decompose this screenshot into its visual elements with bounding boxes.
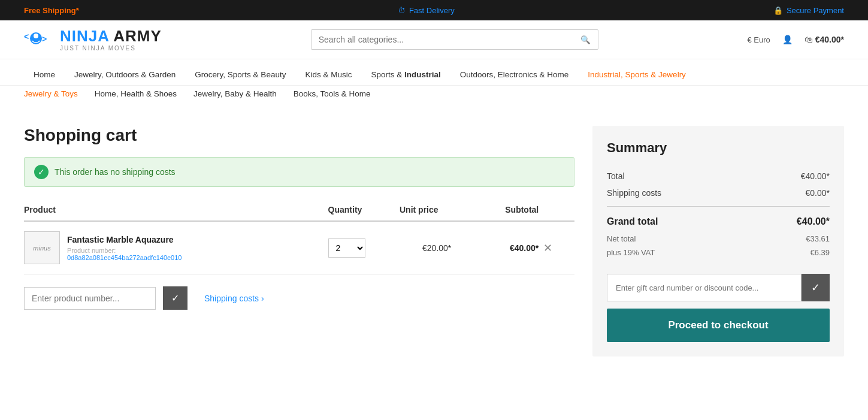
total-value: €40.00* (801, 171, 830, 181)
cart-icon[interactable]: 🛍 €40.00* (805, 35, 844, 44)
nav-row2: Jewelry & Toys Home, Health & Shoes Jewe… (0, 86, 868, 108)
top-bar: Free Shipping* ⏱ Fast Delivery 🔒 Secure … (0, 0, 868, 20)
gift-card-input[interactable] (607, 274, 802, 301)
shipping-label: Shipping costs (607, 188, 661, 198)
nav-books-tools-home[interactable]: Books, Tools & Home (294, 86, 380, 102)
shipping-value: €0.00* (806, 188, 830, 198)
svg-text:>: > (42, 34, 47, 44)
svg-point-2 (34, 34, 38, 38)
quantity-cell[interactable]: 1 2 3 4 5 (328, 221, 400, 274)
shipping-costs-link[interactable]: Shipping costs › (204, 294, 264, 303)
nav-industrial-sports-jewelry[interactable]: Industrial, Sports & Jewelry (578, 65, 695, 85)
search-input[interactable] (311, 30, 573, 49)
summary-section: Summary Total €40.00* Shipping costs €0.… (592, 126, 844, 356)
summary-net-row: Net total €33.61 (607, 232, 830, 246)
summary-grand-total: Grand total €40.00* (607, 211, 830, 232)
checkout-button[interactable]: Proceed to checkout (607, 309, 830, 342)
fast-delivery-label: ⏱ Fast Delivery (398, 6, 455, 15)
col-product: Product (24, 199, 328, 221)
search-bar[interactable]: 🔍 (311, 29, 598, 50)
nav-row1: Home Jewelry, Outdoors & Garden Grocery,… (0, 59, 868, 86)
product-id: 0d8a82a081ec454ba272aadfc140e010 (67, 254, 182, 261)
chevron-right-icon: › (261, 294, 264, 303)
grand-total-label: Grand total (607, 216, 658, 227)
header-right: € Euro 👤 🛍 €40.00* (747, 35, 844, 44)
secure-payment-label: 🔒 Secure Payment (773, 6, 844, 15)
logo-text: NINJA ARMY JUST NINJA MOVES (60, 28, 162, 52)
search-button[interactable]: 🔍 (573, 30, 598, 49)
col-subtotal: Subtotal (474, 199, 539, 221)
free-shipping-message: This order has no shipping costs (55, 167, 176, 177)
free-shipping-banner: ✓ This order has no shipping costs (24, 157, 574, 187)
logo[interactable]: < > NINJA ARMY JUST NINJA MOVES (24, 28, 162, 52)
unit-price: €20.00* (400, 221, 474, 274)
summary-box: Summary Total €40.00* Shipping costs €0.… (592, 126, 844, 356)
vat-label: plus 19% VAT (607, 248, 655, 257)
cart-footer: ✓ Shipping costs › (24, 286, 574, 310)
vat-value: €6.39 (810, 248, 830, 257)
product-thumbnail: minus (24, 231, 60, 264)
table-row: minus Fantastic Marble Aquazure Product … (24, 221, 574, 274)
check-circle-icon: ✓ (34, 165, 49, 179)
product-cell: minus Fantastic Marble Aquazure Product … (24, 221, 328, 274)
col-quantity: Quantity (328, 199, 400, 221)
user-icon[interactable]: 👤 (782, 35, 793, 44)
main-content: Shopping cart ✓ This order has no shippi… (0, 108, 868, 374)
nav-kids-music[interactable]: Kids & Music (295, 65, 361, 85)
summary-vat-row: plus 19% VAT €6.39 (607, 246, 830, 259)
remove-item-button[interactable]: ✕ (539, 239, 557, 257)
nav-home-health-shoes[interactable]: Home, Health & Shoes (95, 86, 186, 102)
cart-amount: €40.00* (815, 35, 844, 44)
col-unit-price: Unit price (400, 199, 474, 221)
apply-gift-card-button[interactable]: ✓ (802, 274, 830, 301)
svg-text:<: < (24, 32, 29, 41)
gift-card-row: ✓ (607, 274, 830, 301)
product-number-input[interactable] (24, 287, 156, 310)
nav-jewelry-baby-health[interactable]: Jewelry, Baby & Health (193, 86, 286, 102)
nav-jewelry-toys[interactable]: Jewelry & Toys (24, 86, 87, 102)
summary-shipping-row: Shipping costs €0.00* (607, 185, 830, 201)
nav-grocery-sports[interactable]: Grocery, Sports & Beauty (185, 65, 295, 85)
nav-sports-industrial[interactable]: Sports & Industrial (361, 65, 450, 85)
cart-section: Shopping cart ✓ This order has no shippi… (24, 126, 574, 356)
subtotal: €40.00* (474, 221, 539, 274)
product-name: Fantastic Marble Aquazure (67, 235, 182, 244)
nav-outdoors-electronics[interactable]: Outdoors, Electronics & Home (450, 65, 579, 85)
net-total-label: Net total (607, 234, 636, 243)
nav-home[interactable]: Home (24, 65, 65, 85)
quantity-select[interactable]: 1 2 3 4 5 (328, 238, 365, 258)
cart-table: Product Quantity Unit price Subtotal min… (24, 199, 574, 274)
nav-jewelry-outdoors[interactable]: Jewelry, Outdoors & Garden (65, 65, 185, 85)
summary-divider (607, 206, 830, 207)
fast-delivery-icon: ⏱ (398, 6, 406, 15)
add-product-button[interactable]: ✓ (163, 286, 187, 310)
summary-total-row: Total €40.00* (607, 168, 830, 185)
cart-table-header: Product Quantity Unit price Subtotal (24, 199, 574, 221)
total-label: Total (607, 171, 625, 181)
product-number-label: Product number: (67, 247, 182, 254)
grand-total-value: €40.00* (797, 216, 830, 227)
lock-icon: 🔒 (773, 6, 783, 15)
summary-title: Summary (607, 140, 830, 156)
cart-bag-icon: 🛍 (805, 35, 813, 44)
cart-title: Shopping cart (24, 126, 574, 145)
net-total-value: €33.61 (806, 234, 830, 243)
currency-selector[interactable]: € Euro (747, 35, 770, 44)
header: < > NINJA ARMY JUST NINJA MOVES 🔍 € Euro… (0, 20, 868, 59)
free-shipping-label: Free Shipping* (24, 6, 79, 15)
search-icon: 🔍 (580, 35, 591, 44)
logo-icon: < > (24, 28, 55, 52)
